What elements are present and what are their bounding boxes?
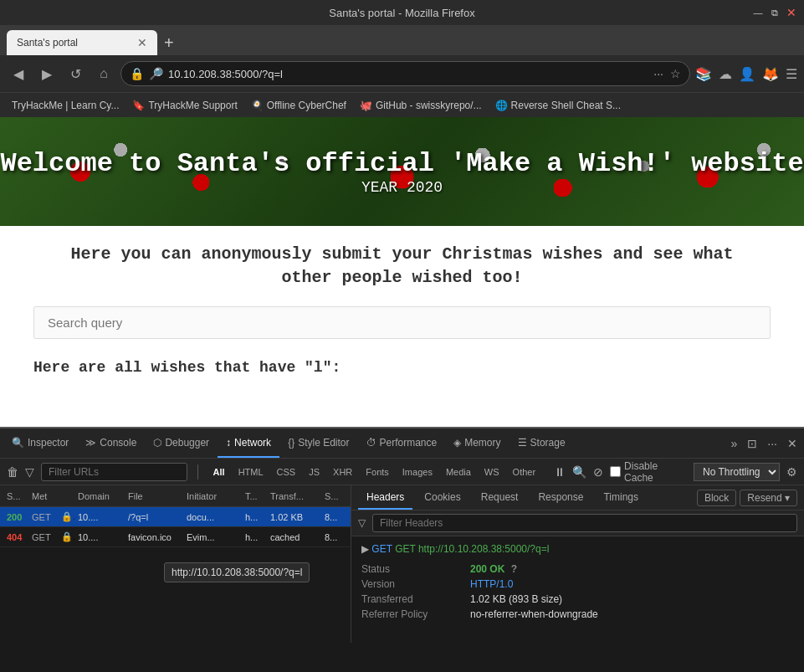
devtools-right-icons: » ⊡ ··· ✕ — [728, 433, 801, 454]
transferred-value: 1.02 KB (893 B size) — [470, 593, 562, 605]
bookmark-4-icon: 🐙 — [360, 100, 372, 111]
search-input[interactable] — [33, 306, 771, 339]
disable-cache-text: Disable Cache — [624, 460, 687, 484]
detail-tab-request[interactable]: Request — [473, 485, 527, 510]
version-value: HTTP/1.0 — [470, 578, 513, 590]
network-settings-icon[interactable]: ⚙ — [786, 465, 797, 479]
col-type: T... — [242, 491, 267, 501]
back-button[interactable]: ◀ — [7, 62, 30, 85]
storage-label: Storage — [530, 437, 566, 449]
detail-tab-cookies[interactable]: Cookies — [416, 485, 469, 510]
network-list: S... Met Domain File Initiator T... Tran… — [0, 485, 351, 643]
status-help-icon[interactable]: ? — [511, 563, 517, 575]
row2-domain: 10.... — [74, 532, 125, 542]
filter-all[interactable]: All — [208, 466, 230, 478]
filter-urls-input[interactable] — [41, 463, 187, 481]
filter-icon[interactable]: ▽ — [25, 465, 34, 479]
bookmark-1[interactable]: TryHackMe | Learn Cy... — [7, 98, 124, 113]
block-button[interactable]: Block — [697, 490, 736, 506]
forward-button[interactable]: ▶ — [35, 62, 59, 85]
home-button[interactable]: ⌂ — [92, 62, 115, 85]
resend-button[interactable]: Resend ▾ — [740, 490, 797, 506]
storage-icon: ☰ — [518, 437, 527, 449]
devtools-tab-style-editor[interactable]: {} Style Editor — [279, 428, 357, 458]
filter-ws[interactable]: WS — [479, 466, 504, 478]
reload-button[interactable]: ↺ — [64, 62, 87, 85]
console-icon: ≫ — [85, 437, 96, 449]
security-icon: 🔒 — [130, 67, 144, 80]
bookmark-5-icon: 🌐 — [495, 100, 508, 111]
devtools-more-icon[interactable]: ··· — [764, 433, 781, 454]
col-file: File — [125, 491, 183, 501]
details-panel: Headers Cookies Request Response Timings… — [351, 485, 804, 643]
bookmark-3[interactable]: 🍳 Offline CyberChef — [246, 98, 351, 113]
request-tab-label: Request — [481, 491, 519, 503]
detail-tab-timings[interactable]: Timings — [595, 485, 647, 510]
browser-tab[interactable]: Santa's portal ✕ — [7, 30, 157, 55]
menu-icon[interactable]: ☰ — [786, 66, 797, 82]
browser-content: Welcome to Santa's official 'Make a Wish… — [0, 117, 804, 427]
bookmark-5-label: Reverse Shell Cheat S... — [511, 100, 621, 111]
row1-transfer: 1.02 KB — [267, 512, 321, 522]
pause-icon[interactable]: ⏸ — [554, 465, 566, 479]
filter-media[interactable]: Media — [441, 466, 476, 478]
bookmark-1-label: TryHackMe | Learn Cy... — [12, 100, 119, 111]
search-requests-icon[interactable]: 🔍 — [572, 465, 586, 479]
network-row-1[interactable]: 200 GET 🔒 10.... /?q=l docu... h... 1.02… — [0, 507, 351, 527]
col-method: Met — [28, 491, 58, 501]
tab-close-icon[interactable]: ✕ — [137, 36, 147, 49]
devtools-tab-performance[interactable]: ⏱ Performance — [358, 428, 446, 458]
block-icon[interactable]: ⊘ — [593, 465, 603, 479]
more-icon[interactable]: ··· — [653, 67, 663, 80]
network-row-2[interactable]: 404 GET 🔒 10.... favicon.ico Evim... h..… — [0, 527, 351, 547]
clear-log-icon[interactable]: 🗑 — [7, 465, 18, 479]
maximize-button[interactable]: ⧉ — [769, 7, 781, 18]
fox-icon[interactable]: 🦊 — [762, 66, 779, 82]
filter-js[interactable]: JS — [304, 466, 325, 478]
devtools-tab-console[interactable]: ≫ Console — [77, 428, 145, 458]
filter-xhr[interactable]: XHR — [328, 466, 357, 478]
titlebar-controls: — ⧉ ✕ — [752, 7, 797, 18]
referrer-value: no-referrer-when-downgrade — [470, 608, 598, 620]
status-value: 200 OK ? — [470, 563, 517, 575]
filter-fonts[interactable]: Fonts — [361, 466, 394, 478]
devtools-close-icon[interactable]: ✕ — [784, 433, 801, 454]
filter-html[interactable]: HTML — [233, 466, 269, 478]
close-button[interactable]: ✕ — [786, 7, 797, 18]
filter-css[interactable]: CSS — [272, 466, 301, 478]
bookmark-5[interactable]: 🌐 Reverse Shell Cheat S... — [490, 98, 626, 113]
more-tabs-icon[interactable]: » — [728, 433, 741, 454]
disable-cache-checkbox[interactable] — [610, 466, 621, 477]
devtools-tab-storage[interactable]: ☰ Storage — [510, 428, 574, 458]
network-column-headers: S... Met Domain File Initiator T... Tran… — [0, 485, 351, 507]
subtitle-line2: other people wished too! — [33, 266, 771, 290]
devtools-tab-network[interactable]: ↕ Network — [218, 428, 279, 458]
detail-tabs: Headers Cookies Request Response Timings… — [351, 485, 804, 510]
row1-favicon: 🔒 — [58, 511, 74, 522]
bookmark-4-label: GitHub - swisskyrepo/... — [376, 100, 482, 111]
detail-tab-headers[interactable]: Headers — [358, 485, 412, 510]
filter-headers-input[interactable] — [372, 514, 797, 532]
devtools-tab-debugger[interactable]: ⬡ Debugger — [145, 428, 218, 458]
detail-tab-response[interactable]: Response — [530, 485, 591, 510]
devtools-tab-memory[interactable]: ◈ Memory — [445, 428, 509, 458]
throttle-select[interactable]: No Throttling — [694, 463, 780, 481]
filter-images[interactable]: Images — [397, 466, 438, 478]
profile-icon[interactable]: 👤 — [739, 66, 755, 82]
devtools-tab-inspector[interactable]: 🔍 Inspector — [3, 428, 77, 458]
filter-other[interactable]: Other — [508, 466, 541, 478]
container-icon[interactable]: 📚 — [695, 66, 712, 82]
url-bar[interactable]: 🔒 🔎 10.10.208.38:5000/?q=l ··· ☆ — [120, 61, 690, 86]
new-tab-button[interactable]: + — [157, 30, 181, 55]
bookmark-4[interactable]: 🐙 GitHub - swisskyrepo/... — [355, 98, 487, 113]
row2-transfer: cached — [267, 532, 321, 542]
row2-status: 404 — [3, 532, 28, 542]
network-toolbar: 🗑 ▽ All HTML CSS JS XHR Fonts Images Med… — [0, 459, 804, 485]
sync-icon[interactable]: ☁ — [719, 66, 732, 82]
url-text: 10.10.208.38:5000/?q=l — [168, 68, 283, 80]
dock-icon[interactable]: ⊡ — [744, 433, 760, 454]
url-display: 10.10.208.38:5000/?q=l — [168, 68, 283, 80]
bookmark-2[interactable]: 🔖 TryHackMe Support — [127, 98, 242, 113]
minimize-button[interactable]: — — [752, 7, 764, 18]
bookmark-icon[interactable]: ☆ — [670, 67, 681, 80]
